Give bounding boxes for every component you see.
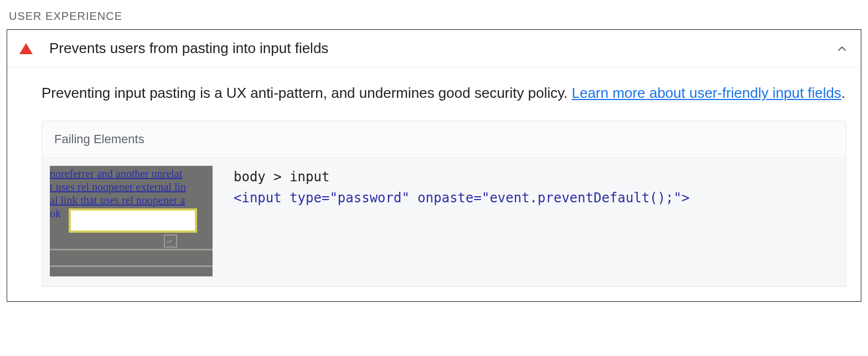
highlighted-input-box xyxy=(69,208,197,233)
thumb-text-line: t uses rel noopener external lin xyxy=(50,180,213,193)
thumb-text-line: noreferrer and another unrelat xyxy=(50,167,213,180)
audit-title: Prevents users from pasting into input f… xyxy=(49,40,835,57)
thumb-divider xyxy=(50,265,213,267)
element-selector: body > input xyxy=(234,169,836,185)
failing-elements-box: Failing Elements noreferrer and another … xyxy=(42,121,846,287)
thumb-broken-image-icon xyxy=(164,234,177,248)
failing-element-row: noreferrer and another unrelat t uses re… xyxy=(42,158,846,286)
fail-triangle-icon xyxy=(19,43,33,54)
audit-card: Prevents users from pasting into input f… xyxy=(7,29,861,302)
audit-body: Preventing input pasting is a UX anti-pa… xyxy=(7,67,861,301)
element-thumbnail: noreferrer and another unrelat t uses re… xyxy=(50,166,213,276)
element-code-column: body > input <input type="password" onpa… xyxy=(234,166,836,206)
section-heading: USER EXPERIENCE xyxy=(9,10,861,23)
audit-description-tail: . xyxy=(841,85,845,101)
audit-description-text: Preventing input pasting is a UX anti-pa… xyxy=(42,85,572,101)
thumb-text-line: al link that uses rel noopener a xyxy=(50,193,213,207)
learn-more-link[interactable]: Learn more about user-friendly input fie… xyxy=(572,85,841,101)
audit-description: Preventing input pasting is a UX anti-pa… xyxy=(42,82,846,104)
audit-header[interactable]: Prevents users from pasting into input f… xyxy=(7,30,861,67)
failing-elements-header: Failing Elements xyxy=(42,121,846,158)
thumb-divider xyxy=(50,249,213,250)
chevron-up-icon[interactable] xyxy=(835,42,849,55)
element-snippet: <input type="password" onpaste="event.pr… xyxy=(234,190,836,206)
